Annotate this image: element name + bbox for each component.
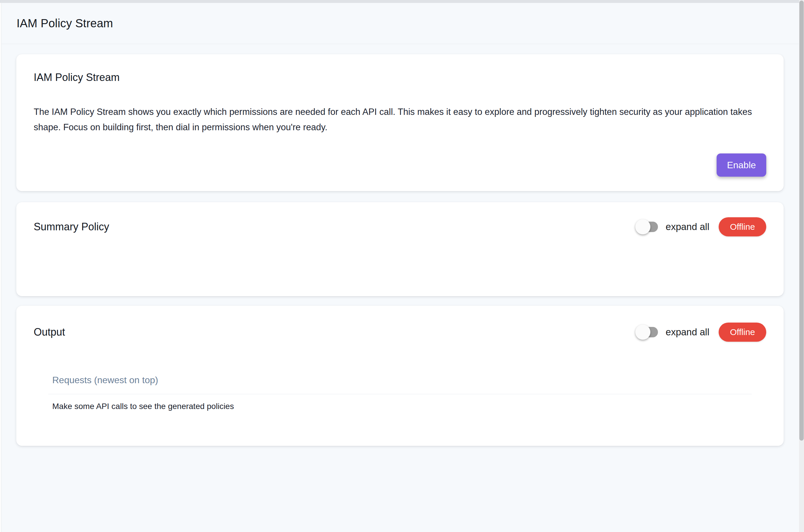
summary-policy-card: Summary Policy expand all Offline	[16, 202, 784, 296]
requests-divider	[48, 394, 752, 394]
summary-policy-header-row: Summary Policy expand all Offline	[34, 217, 766, 236]
screen: IAM Policy Stream IAM Policy Stream The …	[0, 0, 804, 532]
output-expand-toggle[interactable]	[636, 327, 658, 337]
enable-button[interactable]: Enable	[717, 153, 766, 177]
intro-card-description: The IAM Policy Stream shows you exactly …	[34, 104, 766, 135]
iam-policy-stream-app: IAM Policy Stream IAM Policy Stream The …	[1, 3, 799, 532]
output-header-row: Output expand all Offline	[34, 323, 766, 342]
summary-status-badge: Offline	[719, 217, 766, 236]
summary-expand-all-label: expand all	[666, 221, 709, 232]
window-left-edge	[0, 3, 1, 532]
summary-policy-title: Summary Policy	[34, 221, 109, 233]
toggle-thumb	[635, 325, 651, 340]
intro-card-actions: Enable	[34, 153, 766, 177]
page-content: IAM Policy Stream The IAM Policy Stream …	[1, 44, 799, 446]
output-title: Output	[34, 326, 65, 339]
page-scrollbar[interactable]	[799, 0, 804, 532]
page-title: IAM Policy Stream	[17, 17, 113, 30]
requests-section-title: Requests (newest on top)	[48, 374, 752, 386]
page-header: IAM Policy Stream	[1, 3, 799, 44]
intro-card: IAM Policy Stream The IAM Policy Stream …	[16, 54, 784, 191]
requests-section: Requests (newest on top) Make some API c…	[48, 374, 752, 411]
intro-card-title: IAM Policy Stream	[34, 71, 766, 84]
output-card: Output expand all Offline Requests (newe…	[16, 306, 784, 446]
output-status-badge: Offline	[719, 323, 766, 342]
toggle-thumb	[635, 219, 651, 234]
output-expand-all-label: expand all	[666, 327, 709, 338]
window-top-edge	[0, 0, 804, 3]
requests-empty-message: Make some API calls to see the generated…	[48, 402, 752, 411]
summary-expand-toggle[interactable]	[636, 222, 658, 232]
scrollbar-thumb[interactable]	[799, 1, 804, 441]
